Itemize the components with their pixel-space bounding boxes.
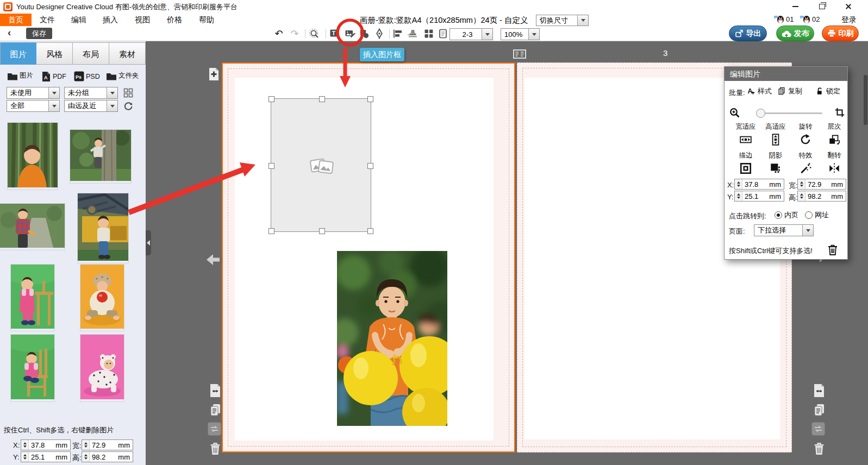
photo-thumbnail[interactable] xyxy=(70,130,131,183)
resize-page-button[interactable] xyxy=(813,384,825,398)
sidebar-collapse-handle[interactable] xyxy=(146,230,151,255)
height-value[interactable]: 98.2 xyxy=(90,453,118,461)
resize-handle[interactable] xyxy=(319,228,325,234)
chevron-down-icon[interactable] xyxy=(482,29,492,40)
tool-fit-width[interactable]: 宽适应 xyxy=(732,122,760,148)
photo-thumbnail[interactable] xyxy=(78,193,128,263)
height-spinner[interactable]: 98.2 mm xyxy=(797,191,846,202)
tab-assets[interactable]: 素材 xyxy=(109,42,146,65)
filter-usage-select[interactable]: 未使用 xyxy=(7,87,60,99)
spinner-arrows-icon[interactable] xyxy=(82,452,90,462)
minimize-button[interactable] xyxy=(786,0,804,13)
width-spinner[interactable]: 72.9 mm xyxy=(82,439,133,450)
spinner-arrows-icon[interactable] xyxy=(735,179,742,189)
tool-stroke[interactable]: 描边 xyxy=(732,151,760,177)
placed-photo-boy-balloons[interactable] xyxy=(337,251,447,426)
filter-scope-select[interactable]: 全部 xyxy=(7,100,60,112)
photo-thumbnail[interactable] xyxy=(8,123,58,190)
x-spinner[interactable]: 37.8 mm xyxy=(21,439,71,450)
menu-item-home[interactable]: 首页 xyxy=(0,14,32,26)
menu-item-edit[interactable]: 编辑 xyxy=(66,14,91,26)
source-psd-button[interactable]: Ps PSD xyxy=(74,71,100,81)
mask-shape-button[interactable] xyxy=(358,28,370,40)
width-value[interactable]: 72.9 xyxy=(90,441,118,449)
marquee-zoom-button[interactable] xyxy=(308,28,320,40)
x-value[interactable]: 37.8 xyxy=(29,441,55,449)
filter-group-select[interactable]: 未分组 xyxy=(64,87,118,99)
qq-contact-2[interactable]: 02 xyxy=(800,15,820,24)
batch-style-button[interactable]: A 样式 xyxy=(746,86,772,96)
copy-page-button[interactable] xyxy=(209,403,222,417)
swap-page-button-disabled[interactable] xyxy=(811,422,825,436)
insert-image-frame-button[interactable] xyxy=(344,28,356,40)
save-button[interactable]: 保存 xyxy=(26,28,52,39)
tool-rotate[interactable]: 旋转 xyxy=(791,122,820,148)
print-button[interactable]: 印刷 xyxy=(822,26,859,41)
menu-item-file[interactable]: 文件 xyxy=(35,14,60,26)
photo-thumbnail[interactable] xyxy=(80,335,124,401)
tool-effects[interactable]: 特效 xyxy=(791,151,820,177)
pen-tool-button[interactable] xyxy=(373,28,385,40)
photo-thumbnail[interactable] xyxy=(80,265,124,331)
undo-button[interactable]: ↶ xyxy=(273,28,285,40)
copy-page-button[interactable] xyxy=(813,403,826,417)
previous-spread-button[interactable] xyxy=(205,253,221,266)
delete-page-button[interactable] xyxy=(209,442,222,456)
page-jump-select[interactable]: 下拉选择 xyxy=(754,224,814,236)
chevron-down-icon[interactable] xyxy=(107,100,117,111)
y-value[interactable]: 25.1 xyxy=(742,192,769,200)
filter-order-select[interactable]: 由远及近 xyxy=(64,100,118,112)
chevron-down-icon[interactable] xyxy=(107,87,117,98)
source-images-button[interactable]: 图片 xyxy=(7,71,33,80)
y-value[interactable]: 25.1 xyxy=(29,453,55,461)
spinner-arrows-icon[interactable] xyxy=(21,452,29,462)
photo-thumbnail[interactable] xyxy=(11,335,54,401)
menu-item-view[interactable]: 视图 xyxy=(130,14,155,26)
width-spinner[interactable]: 72.9 mm xyxy=(797,179,846,190)
tab-images[interactable]: 图片 xyxy=(0,42,36,65)
canvas-scrollbar[interactable] xyxy=(864,75,867,125)
chevron-down-icon[interactable] xyxy=(577,15,588,26)
width-value[interactable]: 72.9 xyxy=(805,180,831,188)
spread-view-icon[interactable] xyxy=(513,49,526,61)
tab-styles[interactable]: 风格 xyxy=(36,42,73,65)
switch-size-select[interactable]: 切换尺寸 xyxy=(536,15,589,26)
radio-inner-page[interactable]: 内页 xyxy=(775,210,798,220)
y-spinner[interactable]: 25.1 mm xyxy=(21,451,71,462)
spinner-arrows-icon[interactable] xyxy=(798,191,805,201)
resize-handle[interactable] xyxy=(268,228,274,234)
chevron-down-icon[interactable] xyxy=(528,29,539,40)
zoom-image-button[interactable] xyxy=(729,107,741,121)
y-spinner[interactable]: 25.1 mm xyxy=(734,191,784,202)
redo-button[interactable]: ↷ xyxy=(289,28,301,40)
back-button[interactable]: ‹ xyxy=(8,27,11,39)
tool-layer-order[interactable]: 层次 xyxy=(820,122,848,148)
thumbnail-grid-toggle[interactable] xyxy=(123,88,133,100)
export-button[interactable]: 导出 xyxy=(729,26,767,41)
lock-button[interactable]: 锁定 xyxy=(815,86,840,96)
radio-selected-icon[interactable] xyxy=(775,211,782,219)
spinner-arrows-icon[interactable] xyxy=(21,440,29,450)
swap-page-button-disabled[interactable] xyxy=(208,422,221,436)
add-page-button[interactable] xyxy=(207,67,221,81)
resize-handle[interactable] xyxy=(367,228,373,234)
resize-handle[interactable] xyxy=(268,163,274,169)
tool-fit-height[interactable]: 高适应 xyxy=(761,122,790,148)
batch-copy-button[interactable]: 复制 xyxy=(777,86,802,96)
resize-handle[interactable] xyxy=(268,96,274,102)
delete-page-button[interactable] xyxy=(813,442,826,456)
grid-view-button[interactable] xyxy=(423,28,435,40)
crop-button[interactable] xyxy=(834,107,845,120)
height-value[interactable]: 98.2 xyxy=(805,192,831,200)
chevron-down-icon[interactable] xyxy=(48,100,59,111)
qq-contact-1[interactable]: 01 xyxy=(774,15,794,24)
source-pdf-button[interactable]: A PDF xyxy=(41,71,66,82)
chevron-down-icon[interactable] xyxy=(48,87,59,98)
zoom-slider-thumb[interactable] xyxy=(756,109,765,118)
page-list-button[interactable] xyxy=(437,28,449,40)
login-link[interactable]: 登录 xyxy=(841,15,857,25)
align-button[interactable] xyxy=(392,28,404,40)
chevron-down-icon[interactable] xyxy=(802,225,813,236)
height-spinner[interactable]: 98.2 mm xyxy=(82,451,133,462)
refresh-button[interactable] xyxy=(123,100,134,114)
